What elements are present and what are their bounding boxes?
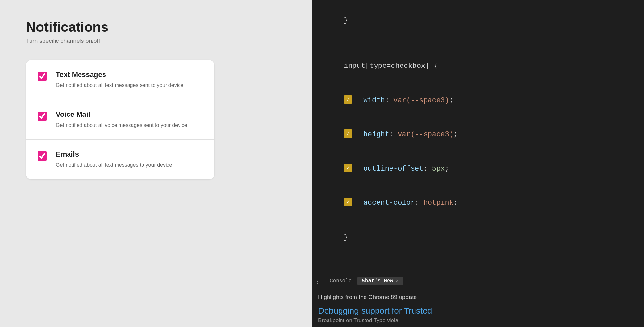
code-line-blank-2 (318, 254, 638, 266)
whats-new-link-sub: Breakpoint on Trusted Type viola (318, 317, 638, 324)
code-line-accent-color: accent-color: hotpink; (318, 186, 638, 220)
checkbox-wrapper-emails[interactable] (38, 151, 47, 162)
notification-text-text-messages: Text Messages Get notified about all tex… (56, 70, 203, 89)
tab-close-icon[interactable]: × (396, 278, 398, 284)
checked-icon-width (344, 95, 352, 104)
code-line-selector-1: input[type=checkbox] { (318, 49, 638, 83)
checkbox-emails[interactable] (38, 151, 47, 161)
checked-icon-outline (344, 164, 352, 172)
code-line-brace-2: } (318, 220, 638, 255)
notification-desc-emails: Get notified about all text messages to … (56, 161, 203, 169)
notifications-card: Text Messages Get notified about all tex… (26, 60, 214, 179)
code-line-1: } (318, 3, 638, 38)
notification-desc-text-messages: Get notified about all text messages sen… (56, 81, 203, 89)
notification-item-emails: Emails Get notified about all text messa… (26, 140, 214, 179)
code-line-width: width: var(--space3); (318, 83, 638, 117)
checkbox-voice-mail[interactable] (38, 112, 47, 121)
notification-text-voice-mail: Voice Mail Get notified about all voice … (56, 110, 203, 129)
notification-title-text-messages: Text Messages (56, 70, 203, 79)
whats-new-link[interactable]: Debugging support for Trusted (318, 306, 638, 316)
notification-title-emails: Emails (56, 150, 203, 159)
tab-console[interactable]: Console (325, 277, 356, 285)
notification-item-voice-mail: Voice Mail Get notified about all voice … (26, 100, 214, 140)
tab-whats-new-label: What's New (362, 278, 393, 284)
code-line-selector-2: input[type="checkbox" i] { (318, 266, 638, 274)
code-line-height: height: var(--space3); (318, 117, 638, 152)
whats-new-content: Highlights from the Chrome 89 update Deb… (312, 287, 644, 327)
whats-new-highlight: Highlights from the Chrome 89 update (318, 294, 638, 301)
page-title: Notifications (26, 19, 286, 35)
code-line-outline-offset: outline-offset: 5px; (318, 151, 638, 186)
notification-title-voice-mail: Voice Mail (56, 110, 203, 119)
devtools-tabs-row: ⋮ Console What's New × (312, 274, 644, 287)
notification-text-emails: Emails Get notified about all text messa… (56, 150, 203, 169)
page-subtitle: Turn specific channels on/off (26, 38, 286, 44)
checkbox-wrapper-voice-mail[interactable] (38, 112, 47, 122)
notification-desc-voice-mail: Get notified about all voice messages se… (56, 121, 203, 129)
checked-icon-accent (344, 198, 352, 206)
left-panel: Notifications Turn specific channels on/… (0, 0, 312, 327)
code-area: } input[type=checkbox] { width: var(--sp… (312, 0, 644, 274)
more-options-icon[interactable]: ⋮ (315, 277, 321, 285)
code-line-blank-1 (318, 38, 638, 49)
checkbox-text-messages[interactable] (38, 72, 47, 81)
devtools-bottom: ⋮ Console What's New × Highlights from t… (312, 274, 644, 327)
notification-item-text-messages: Text Messages Get notified about all tex… (26, 60, 214, 100)
tab-whats-new[interactable]: What's New × (357, 277, 403, 285)
checkbox-wrapper-text-messages[interactable] (38, 72, 47, 82)
right-panel: } input[type=checkbox] { width: var(--sp… (312, 0, 644, 327)
checked-icon-height (344, 129, 352, 138)
